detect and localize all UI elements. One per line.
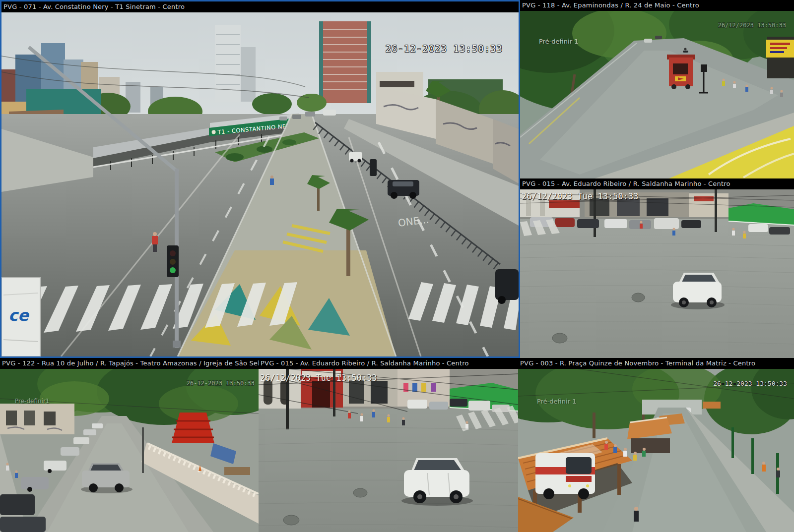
feed-title-bar: PVG - 003 - R. Praça Quinze de Novembro … <box>518 358 794 369</box>
feed-title-bar: PVG - 015 - Av. Eduardo Ribeiro / R. Sal… <box>520 178 794 189</box>
camera-feed-pvg-015-b[interactable]: PVG - 015 - Av. Eduardo Ribeiro / R. Sal… <box>259 358 518 532</box>
truck-logo-text: ce <box>8 306 30 325</box>
camera-feed-pvg-122[interactable]: PVG - 122 - Rua 10 de Julho / R. Tapajós… <box>0 358 259 532</box>
timestamp-overlay: 26-12-2023 13:50:33 <box>713 380 787 387</box>
video-wall: PVG - 071 - Av. Constatino Nery - T1 Sin… <box>0 0 794 532</box>
feed-title: PVG - 122 - Rua 10 de Julho / R. Tapajós… <box>2 359 259 367</box>
video-canvas: 26/12/2023 Tue 13:50:33 <box>259 369 518 532</box>
scene-cobbled-plaza <box>259 369 518 532</box>
feed-title: PVG - 071 - Av. Constatino Nery - T1 Sin… <box>3 3 185 10</box>
video-canvas: 26/12/2023 Tue 13:50:33 <box>520 189 794 358</box>
video-canvas: T1 - CONSTANTINO NERY <box>1 12 519 356</box>
timestamp-overlay: 26/12/2023 13:50:33 <box>718 22 786 29</box>
camera-feed-pvg-015-a[interactable]: PVG - 015 - Av. Eduardo Ribeiro / R. Sal… <box>520 178 794 358</box>
feed-title: PVG - 015 - Av. Eduardo Ribeiro / R. Sal… <box>261 359 469 367</box>
camera-feed-pvg-003[interactable]: PVG - 003 - R. Praça Quinze de Novembro … <box>518 358 794 532</box>
scene-avenue-terminal: T1 - CONSTANTINO NERY <box>1 12 519 356</box>
timestamp-overlay: 26-12-2023 13:50:33 <box>187 380 255 387</box>
scene-cobbled-intersection <box>520 189 794 358</box>
feed-title: PVG - 118 - Av. Epaminondas / R. 24 de M… <box>522 1 699 9</box>
scene-street-parked-cars <box>0 369 259 532</box>
timestamp-overlay: 26/12/2023 Tue 13:50:33 <box>522 191 638 201</box>
feed-title: PVG - 015 - Av. Eduardo Ribeiro / R. Sal… <box>522 180 730 187</box>
timestamp-overlay: 26-12-2023 13:50:33 <box>386 43 503 54</box>
video-canvas: Pré-definir 1 26/12/2023 13:50:33 <box>520 11 794 178</box>
feed-title-bar: PVG - 071 - Av. Constatino Nery - T1 Sin… <box>1 1 519 12</box>
feed-title-bar: PVG - 015 - Av. Eduardo Ribeiro / R. Sal… <box>259 358 518 369</box>
preset-label-overlay: Pré-definir 1 <box>537 398 576 405</box>
preset-label-overlay: Pré-definir 1 <box>539 38 578 45</box>
preset-label-overlay: Pre-definir1 <box>15 398 49 405</box>
video-canvas: Pré-definir 1 26-12-2023 13:50:33 <box>518 369 794 532</box>
video-canvas: Pre-definir1 26-12-2023 13:50:33 <box>0 369 259 532</box>
scene-treelined-street <box>520 11 794 178</box>
feed-title-bar: PVG - 118 - Av. Epaminondas / R. 24 de M… <box>520 0 794 11</box>
camera-feed-pvg-071[interactable]: PVG - 071 - Av. Constatino Nery - T1 Sin… <box>0 0 520 358</box>
timestamp-overlay: 26/12/2023 Tue 13:50:33 <box>260 373 377 383</box>
camera-feed-pvg-118[interactable]: PVG - 118 - Av. Epaminondas / R. 24 de M… <box>520 0 794 178</box>
scene-market-stalls-terminal <box>518 369 794 532</box>
feed-title: PVG - 003 - R. Praça Quinze de Novembro … <box>520 359 755 367</box>
feed-title-bar: PVG - 122 - Rua 10 de Julho / R. Tapajós… <box>0 358 259 369</box>
